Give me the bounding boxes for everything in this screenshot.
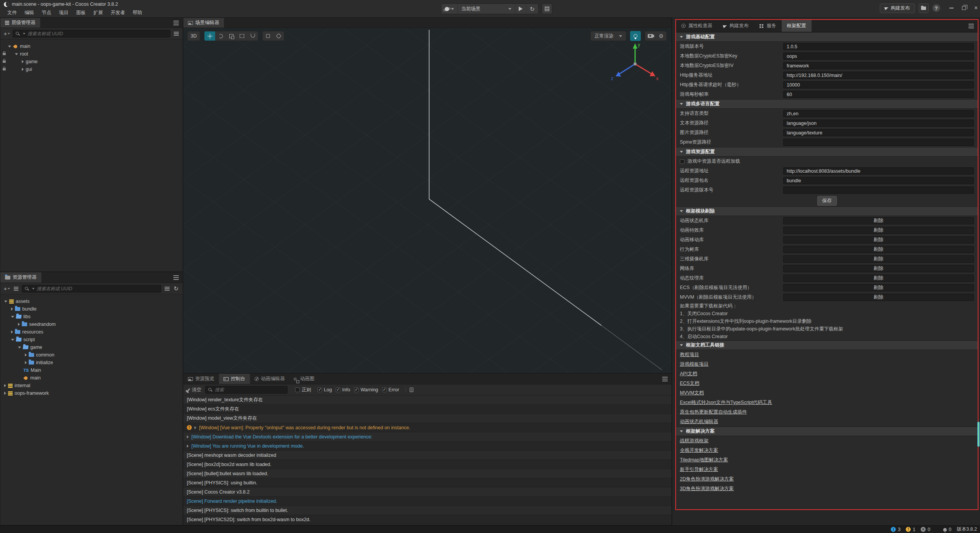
chevron-down-icon[interactable] bbox=[18, 347, 21, 348]
tree-row[interactable]: libs bbox=[0, 313, 183, 320]
status-error[interactable]: × 0 bbox=[921, 527, 930, 532]
tree-row[interactable]: resources bbox=[0, 328, 183, 336]
console-line[interactable]: [Scene] [PHYSICS]: using builtin. bbox=[183, 478, 671, 487]
filter-error[interactable]: Error bbox=[382, 387, 399, 392]
section-header[interactable]: 游戏基础配置 bbox=[676, 32, 978, 42]
field-input[interactable] bbox=[783, 186, 974, 194]
tab-hierarchy[interactable]: 层级管理器 bbox=[0, 18, 40, 28]
hierarchy-filter-button[interactable] bbox=[173, 30, 180, 38]
chevron-down-icon[interactable] bbox=[11, 316, 14, 318]
console-line[interactable]: [Scene] [box2d]:box2d wasm lib loaded. bbox=[183, 460, 671, 469]
console-menu-icon[interactable] bbox=[662, 379, 668, 379]
solution-link[interactable]: 新手引导解决方案 bbox=[680, 466, 718, 473]
collapse-logs-button[interactable] bbox=[408, 386, 415, 394]
tree-row[interactable]: bundle bbox=[0, 305, 183, 313]
tab-terminal[interactable]: 控制台 bbox=[219, 374, 250, 384]
filter-info[interactable]: Info bbox=[336, 387, 350, 392]
rect-tool-button[interactable] bbox=[237, 31, 247, 41]
status-info[interactable]: i 3 bbox=[891, 527, 900, 532]
doc-link[interactable]: ECS文档 bbox=[680, 380, 699, 387]
console-search[interactable] bbox=[205, 386, 287, 394]
assets-refresh-button[interactable]: ↻ bbox=[173, 285, 180, 293]
module-remove-button[interactable]: 剔除 bbox=[783, 294, 974, 301]
assets-filter-button[interactable] bbox=[163, 285, 170, 293]
doc-link[interactable]: 动画状态机编辑器 bbox=[680, 419, 718, 425]
open-project-folder-button[interactable] bbox=[919, 3, 929, 13]
menu-帮助[interactable]: 帮助 bbox=[129, 8, 146, 17]
restore-button[interactable] bbox=[962, 6, 966, 10]
chevron-right-icon[interactable] bbox=[4, 392, 6, 395]
inspector-scrollbar-thumb[interactable] bbox=[977, 422, 980, 447]
hierarchy-menu-icon[interactable] bbox=[173, 23, 179, 23]
reload-button[interactable]: ↻ bbox=[526, 4, 538, 14]
scene-settings-button[interactable]: ⚙ bbox=[656, 31, 666, 41]
module-remove-button[interactable]: 剔除 bbox=[783, 255, 974, 263]
filter-checkbox[interactable] bbox=[354, 387, 359, 392]
field-input[interactable] bbox=[783, 129, 974, 136]
console-line[interactable]: [Window] ecs文件夹存在 bbox=[183, 405, 671, 414]
solution-link[interactable]: Tiledmap地图解决方案 bbox=[680, 457, 728, 463]
console-line[interactable]: [Scene] Forward render pipeline initiali… bbox=[183, 497, 671, 506]
module-remove-button[interactable]: 剔除 bbox=[783, 227, 974, 234]
console-line[interactable]: [Scene] Cocos Creator v3.8.2 bbox=[183, 487, 671, 497]
tree-row[interactable]: assets bbox=[0, 298, 183, 305]
doc-link[interactable]: 教程项目 bbox=[680, 352, 699, 358]
chevron-down-icon[interactable] bbox=[680, 344, 683, 346]
chevron-down-icon[interactable] bbox=[680, 36, 683, 38]
tree-row[interactable]: script bbox=[0, 336, 183, 343]
coordinate-button[interactable] bbox=[273, 31, 284, 41]
tree-row[interactable]: main bbox=[0, 374, 183, 382]
filter-warning[interactable]: Warning bbox=[354, 387, 378, 392]
doc-link[interactable]: 游戏模板项目 bbox=[680, 361, 709, 368]
console-clear-button[interactable]: 清空 bbox=[186, 386, 203, 394]
tree-row[interactable]: seedrandom bbox=[0, 320, 183, 328]
module-remove-button[interactable]: 剔除 bbox=[783, 284, 974, 291]
regex-toggle[interactable]: 正则 bbox=[295, 387, 311, 393]
console-line[interactable]: [Scene] [bullet]:bullet wasm lib loaded. bbox=[183, 469, 671, 478]
field-input[interactable] bbox=[783, 81, 974, 88]
tab-build[interactable]: 构建发布 bbox=[718, 20, 754, 32]
field-input[interactable] bbox=[783, 91, 974, 98]
tab-animation-editor[interactable]: 动画编辑器 bbox=[250, 374, 290, 384]
tree-row[interactable]: initialize bbox=[0, 359, 183, 366]
console-line[interactable]: [Scene] [PHYSICS2D]: switch from box2d-w… bbox=[183, 515, 671, 524]
module-remove-button[interactable]: 剔除 bbox=[783, 217, 974, 224]
console-line[interactable]: [Scene] meshopt wasm decoder initialized bbox=[183, 451, 671, 460]
module-remove-button[interactable]: 剔除 bbox=[783, 236, 974, 244]
rotate-tool-button[interactable] bbox=[215, 31, 226, 41]
console-line[interactable]: [Window] model_view文件夹存在 bbox=[183, 414, 671, 423]
tree-row[interactable]: game bbox=[0, 58, 183, 65]
doc-link[interactable]: Excel格式转Json文件与TypeScript代码工具 bbox=[680, 399, 772, 406]
solution-link[interactable]: 2D角色扮演游戏解决方案 bbox=[680, 476, 734, 482]
field-input[interactable] bbox=[783, 177, 974, 184]
tab-framework-config[interactable]: 框架配置 bbox=[782, 20, 812, 32]
doc-link[interactable]: 原生包热更新配置自动生成插件 bbox=[680, 409, 747, 415]
tree-row[interactable]: game bbox=[0, 343, 183, 351]
preview-target-button[interactable] bbox=[441, 4, 458, 14]
play-button[interactable] bbox=[515, 4, 526, 14]
section-header[interactable]: 框架模块剔除 bbox=[676, 206, 978, 216]
field-input[interactable] bbox=[783, 62, 974, 69]
tree-row[interactable]: gui bbox=[0, 65, 183, 73]
tree-row[interactable]: root bbox=[0, 50, 183, 58]
tree-row[interactable]: common bbox=[0, 351, 183, 359]
save-button[interactable]: 保存 bbox=[817, 196, 837, 206]
menu-开发者[interactable]: 开发者 bbox=[107, 8, 129, 17]
menu-文件[interactable]: 文件 bbox=[4, 8, 20, 17]
solution-link[interactable]: 战棋游戏框架 bbox=[680, 438, 709, 444]
chevron-right-icon[interactable] bbox=[11, 307, 13, 311]
tree-row[interactable]: TSMain bbox=[0, 366, 183, 374]
inspector-menu-icon[interactable] bbox=[969, 26, 974, 26]
tree-row[interactable]: oops-framework bbox=[0, 389, 183, 397]
field-input[interactable] bbox=[783, 72, 974, 79]
filter-checkbox[interactable] bbox=[336, 387, 340, 392]
console-search-input[interactable] bbox=[215, 387, 285, 392]
menu-编辑[interactable]: 编辑 bbox=[21, 8, 38, 17]
chevron-down-icon[interactable] bbox=[680, 210, 683, 212]
tree-row[interactable]: internal bbox=[0, 382, 183, 389]
hierarchy-search-input[interactable] bbox=[28, 31, 168, 36]
field-input[interactable] bbox=[783, 110, 974, 117]
scale-tool-button[interactable] bbox=[226, 31, 237, 41]
tab-assets[interactable]: 资源管理器 bbox=[0, 272, 41, 283]
expand-chevron-icon[interactable] bbox=[194, 426, 196, 429]
